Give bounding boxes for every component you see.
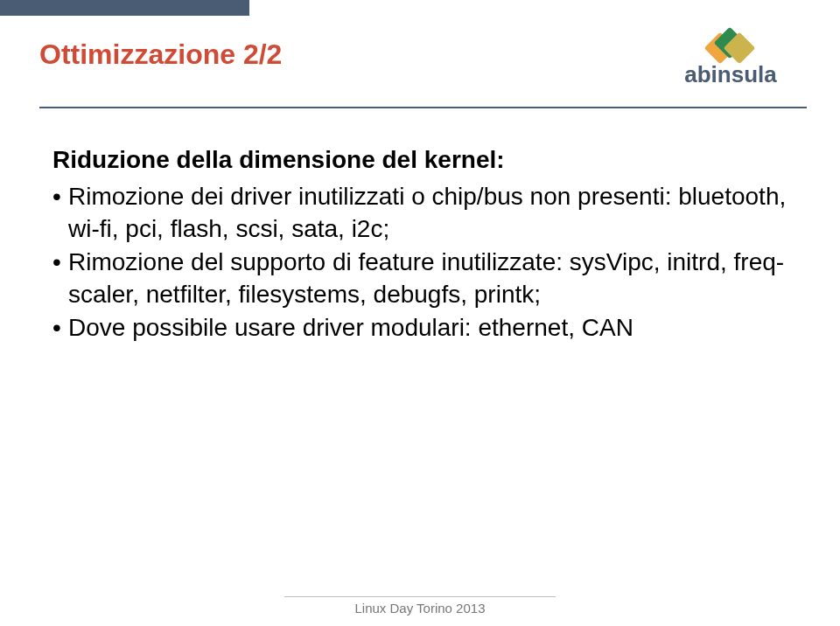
- bullet-item: Dove possibile usare driver modulari: et…: [52, 312, 788, 344]
- slide: Ottimizzazione 2/2 abinsula Riduzione de…: [0, 0, 840, 626]
- footer-rule: [284, 596, 556, 597]
- bullet-item: Rimozione dei driver inutilizzati o chip…: [52, 181, 788, 245]
- body-lead: Riduzione della dimensione del kernel:: [52, 144, 788, 176]
- slide-title: Ottimizzazione 2/2: [39, 38, 282, 71]
- brand-logo-mark: [709, 28, 752, 59]
- header-rule: [39, 107, 807, 108]
- footer: Linux Day Torino 2013: [0, 596, 840, 616]
- brand-logo: abinsula: [656, 28, 805, 86]
- footer-text: Linux Day Torino 2013: [355, 601, 486, 616]
- bullet-list: Rimozione dei driver inutilizzati o chip…: [52, 181, 788, 344]
- header: Ottimizzazione 2/2 abinsula: [0, 28, 840, 107]
- bullet-item: Rimozione del supporto di feature inutil…: [52, 247, 788, 310]
- accent-bar: [0, 0, 249, 16]
- slide-body: Riduzione della dimensione del kernel: R…: [52, 144, 788, 345]
- brand-logo-text: abinsula: [656, 63, 805, 86]
